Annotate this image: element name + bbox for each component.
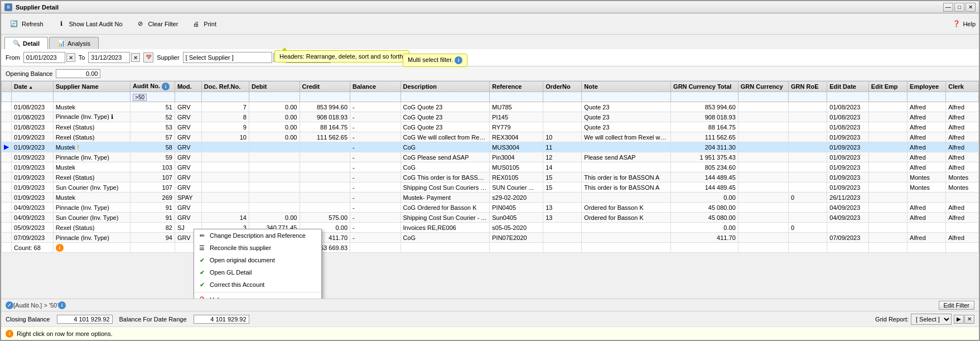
gl-icon: ✔ [197, 268, 206, 277]
col-header-ref[interactable]: Reference [490, 81, 543, 92]
help-circle-icon: ❓ [197, 295, 206, 299]
calendar-button[interactable]: 📅 [143, 52, 153, 63]
col-header-grn-ct[interactable]: GRN Currency Total [671, 81, 738, 92]
edit-icon: ✏ [197, 231, 206, 240]
grid-report-section: Grid Report: [ Select ] ▶ ✕ [875, 314, 974, 325]
correct-icon: ✔ [197, 280, 206, 289]
from-date-clear[interactable]: ✕ [66, 53, 75, 62]
table-row[interactable]: 01/09/2023Rexel (Status)57GRV100.00111 5… [2, 132, 979, 142]
multi-select-tooltip: Multi select filter. i [403, 54, 467, 67]
balance-range-label: Balance For Date Range [119, 316, 187, 323]
refresh-button[interactable]: 🔄 Refresh [4, 16, 47, 32]
status-info-icon: ✓ [6, 301, 13, 309]
col-header-supplier[interactable]: Supplier Name [53, 81, 130, 92]
ctx-help[interactable]: ❓ Help [194, 294, 321, 299]
minimize-button[interactable]: — [943, 3, 953, 12]
clear-filter-icon: ⊘ [135, 18, 146, 30]
close-button[interactable]: ✕ [965, 3, 976, 12]
table-row[interactable]: 07/09/2023Pinnacle (Inv. Type)94GRV150.0… [2, 233, 979, 243]
grid-report-label: Grid Report: [875, 316, 909, 323]
ctx-reconcile[interactable]: ☰ Reconcile this supplier [194, 242, 321, 254]
col-header-mod[interactable]: Mod. [175, 81, 201, 92]
table-row[interactable]: 01/09/2023Mustek103GRV-CoGMUS010514805 2… [2, 162, 979, 172]
table-row[interactable]: 01/09/2023Rexel (Status)107GRV-CoG This … [2, 172, 979, 182]
supplier-label: Supplier [157, 54, 179, 61]
to-date-clear[interactable]: ✕ [131, 53, 140, 62]
to-date-input[interactable] [88, 52, 130, 63]
col-header-grn-currency[interactable]: GRN Currency [738, 81, 788, 92]
table-row[interactable]: 01/08/2023Rexel (Status)53GRV90.0088 164… [2, 122, 979, 132]
table-row[interactable]: 01/09/2023Sun Courier (Inv. Type)107GRV-… [2, 182, 979, 193]
status-filter-text: [Audit No.] > '50' [13, 302, 58, 309]
show-last-audit-button[interactable]: ℹ Show Last Audit No [52, 16, 127, 32]
col-header-docref[interactable]: Doc. Ref.No. [201, 81, 249, 92]
ctx-change-desc[interactable]: ✏ Change Description and Reference [194, 229, 321, 242]
ctx-correct-account[interactable]: ✔ Correct this Account [194, 278, 321, 291]
balance-range-input[interactable] [194, 315, 249, 324]
maximize-button[interactable]: □ [954, 3, 964, 12]
col-header-audit[interactable]: Audit No. i [131, 81, 175, 92]
print-button[interactable]: 🖨 Print [186, 16, 220, 32]
table-row[interactable]: ▶01/09/2023Mustek !58GRV-CoGMUS300411204… [2, 142, 979, 152]
closing-balance-label: Closing Balance [6, 316, 50, 323]
ctx-open-gl[interactable]: ✔ Open GL Detail [194, 266, 321, 278]
opening-balance-label: Opening Balance [6, 70, 52, 77]
col-header-desc[interactable]: Description [400, 81, 490, 92]
col-header-note[interactable]: Note [582, 81, 671, 92]
ctx-open-original[interactable]: ✔ Open original document [194, 254, 321, 266]
clear-filter-button[interactable]: ⊘ Clear Filter [131, 16, 182, 32]
audit-filter-tag: >50 [133, 94, 147, 101]
col-header-edit-date[interactable]: Edit Date [827, 81, 869, 92]
audit-info-icon[interactable]: i [162, 83, 170, 90]
table-row[interactable]: 01/08/2023Pinnacle (Inv. Type) ℹ52GRV80.… [2, 112, 979, 122]
table-row[interactable]: 01/09/2023Mustek269SPAY-Mustek- Payments… [2, 193, 979, 203]
grid-report-select[interactable]: [ Select ] [911, 314, 952, 325]
grid-report-close-button[interactable]: ✕ [964, 315, 974, 324]
info-bar-text: Right click on row for more options. [17, 330, 113, 337]
info-bar-icon: i [6, 330, 13, 338]
reconcile-icon: ☰ [197, 243, 206, 252]
from-date-input[interactable] [23, 52, 65, 63]
status-filter-info[interactable]: i [58, 301, 66, 309]
opening-balance-input[interactable] [56, 69, 100, 78]
col-header-debit[interactable]: Debit [249, 81, 300, 92]
analysis-icon: 📊 [57, 40, 65, 47]
col-header-credit[interactable]: Credit [300, 81, 350, 92]
table-row[interactable]: 01/09/2023Pinnacle (Inv. Type)59GRV-CoG … [2, 152, 979, 162]
to-label: To [79, 54, 85, 61]
tab-analysis[interactable]: 📊 Analysis [49, 37, 99, 49]
print-icon: 🖨 [190, 18, 201, 30]
supplier-input[interactable] [183, 52, 272, 63]
window-title: Supplier Detail [16, 4, 59, 11]
header-tooltip: Headers: Rearrange, delete, sort and so … [274, 50, 409, 63]
info-icon: ℹ [56, 18, 67, 30]
col-header-clerk[interactable]: Clerk [946, 81, 979, 92]
multi-select-info-icon: i [455, 56, 462, 64]
col-header-date[interactable]: Date [12, 81, 54, 92]
table-row[interactable]: 04/09/2023Sun Courier (Inv. Type)91GRV14… [2, 213, 979, 223]
search-icon: 🔍 [13, 40, 21, 47]
window-icon: S [4, 3, 12, 11]
context-menu: ✏ Change Description and Reference ☰ Rec… [194, 229, 322, 299]
open-doc-icon: ✔ [197, 256, 206, 265]
edit-filter-button[interactable]: Edit Filter [939, 301, 974, 310]
closing-balance-input[interactable] [57, 315, 113, 324]
table-row[interactable]: 01/08/2023Mustek51GRV70.00853 994.60-CoG… [2, 102, 979, 112]
refresh-icon: 🔄 [8, 18, 20, 30]
help-button[interactable]: ❓ Help [953, 20, 976, 27]
help-icon: ❓ [953, 20, 960, 27]
col-header-select [2, 81, 12, 92]
count-row: Count: 68i6 092 511.369 853 669.83 [2, 243, 979, 253]
table-row[interactable]: 04/09/2023Pinnacle (Inv. Type)91GRV-CoG … [2, 203, 979, 213]
col-header-edit-emp[interactable]: Edit Emp [868, 81, 907, 92]
col-header-balance[interactable]: Balance [350, 81, 401, 92]
tab-detail[interactable]: 🔍 Detail [4, 37, 48, 50]
grid-report-go-button[interactable]: ▶ [954, 315, 964, 324]
from-label: From [6, 54, 20, 61]
col-header-employee[interactable]: Employee [907, 81, 946, 92]
table-row[interactable]: 05/09/2023Rexel (Status)82SJ3340 771.450… [2, 223, 979, 233]
col-header-grn-roe[interactable]: GRN RoE [789, 81, 827, 92]
col-header-orderno[interactable]: OrderNo [543, 81, 582, 92]
